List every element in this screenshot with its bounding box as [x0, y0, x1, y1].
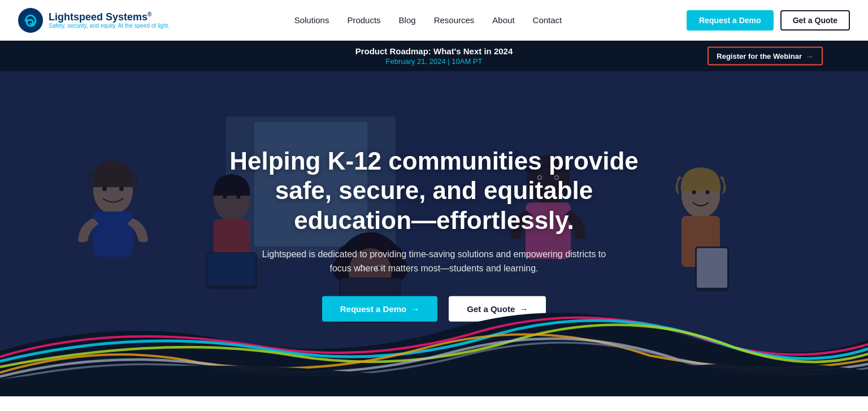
nav-link-blog[interactable]: Blog: [399, 15, 416, 25]
request-demo-button[interactable]: Request a Demo: [687, 10, 774, 31]
nav-links: Solutions Products Blog Resources About …: [294, 15, 562, 25]
nav-link-contact[interactable]: Contact: [533, 15, 562, 25]
logo-tagline: Safety, security, and equity. At the spe…: [49, 23, 170, 29]
hero-heading: Helping K-12 communities provide safe, s…: [214, 146, 654, 235]
nav-link-about[interactable]: About: [492, 15, 514, 25]
announcement-banner: Product Roadmap: What's Next in 2024 Feb…: [0, 41, 868, 71]
hero-buttons: Request a Demo → Get a Quote →: [214, 296, 654, 322]
nav-item-contact[interactable]: Contact: [533, 15, 562, 25]
hero-get-quote-button[interactable]: Get a Quote →: [449, 296, 546, 322]
svg-point-1: [25, 19, 28, 21]
nav-item-products[interactable]: Products: [347, 15, 380, 25]
hero-demo-arrow-icon: →: [411, 304, 419, 314]
logo-text: Lightspeed Systems® Safety, security, an…: [49, 11, 170, 29]
hero-section: Helping K-12 communities provide safe, s…: [0, 71, 868, 396]
announcement-content: Product Roadmap: What's Next in 2024 Feb…: [355, 46, 513, 66]
hero-content: Helping K-12 communities provide safe, s…: [214, 146, 654, 322]
hero-request-demo-button[interactable]: Request a Demo →: [322, 296, 438, 322]
announcement-date: February 21, 2024 | 10AM PT: [355, 57, 513, 66]
nav-link-products[interactable]: Products: [347, 15, 380, 25]
nav-item-about[interactable]: About: [492, 15, 514, 25]
announcement-title: Product Roadmap: What's Next in 2024: [355, 46, 513, 56]
nav-item-resources[interactable]: Resources: [434, 15, 475, 25]
hero-subtext: Lightspeed is dedicated to providing tim…: [259, 247, 609, 276]
logo-brand-name: Lightspeed Systems®: [49, 11, 170, 23]
hero-demo-label: Request a Demo: [340, 304, 407, 314]
nav-link-solutions[interactable]: Solutions: [294, 15, 329, 25]
logo-icon: [18, 8, 43, 33]
nav-actions: Request a Demo Get a Quote: [687, 10, 850, 31]
nav-item-solutions[interactable]: Solutions: [294, 15, 329, 25]
logo[interactable]: Lightspeed Systems® Safety, security, an…: [18, 8, 170, 33]
webinar-register-link[interactable]: Register for the Webinar: [717, 52, 802, 60]
webinar-arrow-icon: →: [805, 51, 814, 61]
nav-item-blog[interactable]: Blog: [399, 15, 416, 25]
navbar: Lightspeed Systems® Safety, security, an…: [0, 0, 868, 41]
announcement-cta[interactable]: Register for the Webinar →: [708, 47, 823, 66]
hero-quote-label: Get a Quote: [467, 304, 515, 314]
hero-quote-arrow-icon: →: [519, 304, 528, 314]
get-quote-button[interactable]: Get a Quote: [780, 10, 850, 31]
nav-link-resources[interactable]: Resources: [434, 15, 475, 25]
